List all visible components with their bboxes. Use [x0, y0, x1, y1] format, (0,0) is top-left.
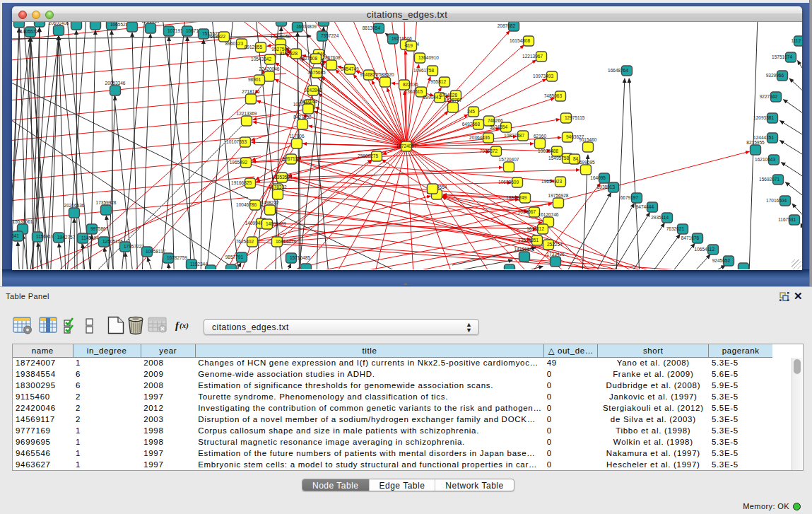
svg-text:2935114: 2935114: [651, 215, 669, 220]
svg-text:12213967: 12213967: [522, 54, 543, 59]
svg-text:9975867: 9975867: [90, 226, 109, 231]
svg-text:16154808: 16154808: [510, 38, 530, 43]
svg-text:9474444: 9474444: [636, 204, 654, 209]
svg-text:9242848: 9242848: [304, 88, 322, 93]
svg-text:1112: 1112: [792, 38, 801, 43]
svg-text:12975115: 12975115: [565, 115, 585, 120]
svg-text:2588520: 2588520: [376, 72, 394, 77]
svg-text:164095: 164095: [590, 175, 606, 180]
svg-text:1498222: 1498222: [261, 200, 279, 205]
svg-text:20053346: 20053346: [105, 81, 126, 86]
svg-text:3824554: 3824554: [490, 124, 508, 129]
svg-text:6497568: 6497568: [462, 122, 481, 127]
svg-text:7357224: 7357224: [321, 33, 339, 38]
svg-text:8471676: 8471676: [681, 235, 700, 240]
svg-text:7485063: 7485063: [544, 93, 563, 98]
svg-text:17957223: 17957223: [124, 244, 144, 249]
svg-text:62160: 62160: [534, 134, 546, 139]
svg-text:22420046: 22420046: [259, 66, 280, 71]
svg-text:16914479: 16914479: [276, 239, 296, 244]
svg-text:8427552: 8427552: [293, 115, 312, 119]
svg-text:9227342: 9227342: [760, 94, 778, 99]
svg-text:2087682: 2087682: [498, 23, 516, 28]
svg-text:7625402: 7625402: [236, 239, 254, 244]
svg-text:1733426: 1733426: [546, 252, 565, 257]
svg-text:8813054: 8813054: [363, 25, 381, 30]
svg-text:8990443: 8990443: [423, 95, 442, 100]
svg-text:2718176: 2718176: [242, 89, 260, 94]
svg-text:1965492: 1965492: [230, 160, 248, 165]
svg-text:6679197: 6679197: [620, 195, 639, 200]
svg-text:7986372: 7986372: [480, 148, 498, 153]
svg-text:14136141: 14136141: [514, 247, 535, 252]
svg-text:9146821: 9146821: [360, 72, 378, 77]
svg-text:9527508: 9527508: [300, 56, 318, 61]
svg-text:8186328: 8186328: [280, 51, 298, 56]
svg-text:19654923: 19654923: [541, 179, 562, 184]
svg-text:1409948: 1409948: [245, 221, 264, 226]
svg-text:10961758: 10961758: [413, 68, 434, 73]
svg-text:15751074: 15751074: [772, 54, 792, 59]
svg-text:1156819: 1156819: [36, 234, 54, 239]
svg-text:1362615: 1362615: [405, 89, 423, 94]
svg-text:18807249: 18807249: [506, 195, 526, 200]
svg-text:9857791: 9857791: [225, 255, 244, 259]
svg-text:19166825: 19166825: [231, 180, 252, 185]
svg-text:16033809: 16033809: [296, 24, 317, 29]
svg-text:15495758: 15495758: [548, 156, 569, 160]
svg-text:12093381: 12093381: [753, 115, 774, 120]
svg-text:10025488: 10025488: [538, 148, 558, 153]
svg-text:20691406: 20691406: [49, 22, 69, 25]
svg-text:6966160: 6966160: [141, 22, 160, 23]
svg-text:2803144: 2803144: [299, 99, 317, 104]
svg-text:419: 419: [405, 43, 413, 48]
svg-text:8678332: 8678332: [269, 185, 287, 189]
svg-text:7955812: 7955812: [428, 79, 447, 84]
svg-text:9245652: 9245652: [712, 258, 731, 263]
svg-text:10654112: 10654112: [695, 247, 715, 252]
svg-text:8938913: 8938913: [597, 185, 616, 189]
svg-text:1615112: 1615112: [526, 226, 544, 231]
svg-text:10543342: 10543342: [251, 57, 271, 62]
svg-text:9115460: 9115460: [579, 137, 597, 142]
svg-text:9699695: 9699695: [577, 160, 595, 165]
svg-text:10958117: 10958117: [146, 249, 166, 254]
svg-text:(x): (x): [180, 321, 189, 330]
svg-text:3675685: 3675685: [307, 70, 326, 75]
svg-text:98901: 98901: [248, 77, 261, 82]
svg-text:14055724: 14055724: [20, 29, 41, 34]
svg-text:14099489: 14099489: [266, 221, 286, 226]
svg-text:822036: 822036: [403, 82, 418, 87]
svg-text:1145194: 1145194: [81, 235, 99, 240]
svg-text:13640910: 13640910: [418, 55, 439, 60]
svg-text:16648764: 16648764: [608, 68, 628, 73]
svg-text:15692071: 15692071: [759, 177, 779, 182]
svg-text:10046786: 10046786: [236, 202, 257, 207]
svg-text:13353594: 13353594: [272, 175, 293, 180]
svg-text:2867608: 2867608: [322, 55, 341, 60]
svg-text:7663822: 7663822: [208, 34, 226, 39]
svg-text:1192344: 1192344: [190, 262, 208, 267]
svg-text:12213369: 12213369: [237, 111, 257, 116]
svg-text:8912955: 8912955: [245, 45, 263, 49]
svg-text:1167531: 1167531: [778, 217, 796, 222]
svg-text:15720407: 15720407: [499, 157, 519, 162]
svg-text:8215955: 8215955: [746, 140, 765, 145]
svg-text:10973493: 10973493: [533, 74, 553, 78]
svg-text:746266: 746266: [488, 118, 503, 123]
svg-text:15535061: 15535061: [13, 219, 33, 224]
svg-text:16210643: 16210643: [755, 157, 775, 162]
svg-text:15716485: 15716485: [290, 255, 310, 260]
svg-text:10107553: 10107553: [226, 139, 247, 144]
svg-text:16120746: 16120746: [539, 212, 559, 217]
svg-text:7632621: 7632621: [666, 226, 685, 231]
svg-text:8960123: 8960123: [225, 41, 244, 46]
svg-text:9684067: 9684067: [518, 209, 536, 214]
svg-text:20364436: 20364436: [469, 135, 490, 140]
svg-text:17359928: 17359928: [96, 200, 117, 205]
svg-text:13226058: 13226058: [271, 34, 291, 39]
svg-text:1618787: 1618787: [444, 98, 462, 103]
svg-text:252254: 252254: [547, 242, 563, 247]
svg-text:391541: 391541: [12, 233, 19, 238]
svg-text:9329966: 9329966: [766, 73, 784, 78]
